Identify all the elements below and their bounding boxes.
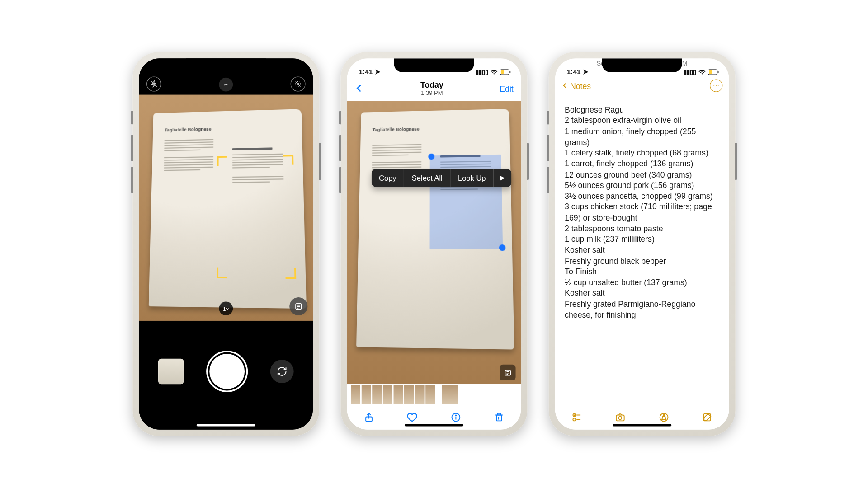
- book-page-photo: Tagliatelle Bolognese: [356, 109, 514, 350]
- flash-icon[interactable]: [146, 76, 161, 91]
- notes-navigation-bar: Notes ⋯: [555, 75, 729, 96]
- svg-rect-23: [709, 70, 712, 74]
- status-time: 1:41: [359, 67, 373, 75]
- live-text-icon[interactable]: [289, 297, 307, 315]
- location-icon: ➤: [583, 67, 589, 75]
- location-icon: ➤: [375, 67, 381, 75]
- back-label: Notes: [570, 81, 591, 90]
- compose-icon[interactable]: [702, 412, 713, 423]
- chevron-up-icon[interactable]: [219, 78, 233, 92]
- camera-icon[interactable]: [615, 412, 626, 423]
- svg-point-18: [455, 415, 456, 416]
- svg-rect-24: [718, 71, 719, 74]
- notch: [186, 58, 266, 72]
- trash-icon[interactable]: [494, 412, 505, 423]
- svg-rect-10: [509, 71, 510, 74]
- notch: [602, 58, 682, 72]
- notch: [394, 58, 474, 72]
- book-title: Tagliatelle Bolognese: [372, 127, 419, 132]
- photos-main-photo[interactable]: Tagliatelle Bolognese: [347, 101, 521, 384]
- share-icon[interactable]: [363, 412, 374, 423]
- recent-photo-thumbnail[interactable]: [158, 359, 184, 385]
- svg-point-27: [573, 418, 576, 421]
- signal-icon: ▮▮▯▯: [684, 69, 696, 75]
- back-button[interactable]: Notes: [561, 81, 591, 90]
- signal-icon: ▮▮▯▯: [476, 69, 488, 75]
- svg-rect-19: [496, 415, 502, 421]
- favorite-icon[interactable]: [407, 412, 418, 423]
- zoom-badge[interactable]: 1×: [219, 301, 233, 315]
- more-icon[interactable]: ⋯: [710, 79, 722, 92]
- flip-camera-icon[interactable]: [270, 360, 294, 383]
- context-menu: Copy Select All Look Up ▶: [371, 169, 511, 187]
- nav-title-main: Today: [420, 81, 443, 89]
- svg-rect-29: [616, 415, 624, 421]
- photos-navigation-bar: Today 1:39 PM Edit: [347, 75, 521, 101]
- wifi-icon: [698, 69, 705, 75]
- info-icon[interactable]: [450, 412, 461, 423]
- edit-button[interactable]: Edit: [500, 84, 514, 93]
- home-indicator[interactable]: [405, 424, 463, 427]
- live-photo-icon[interactable]: [291, 76, 306, 91]
- home-indicator[interactable]: [613, 424, 671, 427]
- note-body[interactable]: Bolognese Ragu 2 tablespoon extra-virgin…: [565, 104, 722, 403]
- home-indicator[interactable]: [197, 424, 255, 427]
- shutter-button[interactable]: [209, 354, 245, 389]
- back-button[interactable]: [354, 84, 364, 93]
- context-menu-copy[interactable]: Copy: [371, 169, 404, 187]
- phone-camera: Tagliatelle Bolognese: [132, 52, 319, 436]
- filmstrip[interactable]: [347, 384, 521, 405]
- book-title: Tagliatelle Bolognese: [164, 127, 211, 133]
- svg-rect-9: [501, 70, 504, 74]
- svg-line-3: [296, 81, 301, 86]
- wifi-icon: [491, 69, 497, 75]
- context-menu-lookup[interactable]: Look Up: [450, 169, 494, 187]
- book-page-photo: Tagliatelle Bolognese: [148, 109, 306, 309]
- nav-title-sub: 1:39 PM: [420, 89, 443, 96]
- context-menu-selectall[interactable]: Select All: [404, 169, 450, 187]
- camera-viewfinder[interactable]: Tagliatelle Bolognese: [139, 92, 313, 321]
- checklist-icon[interactable]: [571, 412, 582, 423]
- camera-bottom-bar: [139, 326, 313, 430]
- svg-point-30: [619, 417, 622, 420]
- phone-photos: 1:41 ➤ ▮▮▯▯ Today 1:39 PM: [341, 52, 528, 436]
- selection-handle-start[interactable]: [428, 154, 434, 160]
- battery-icon: [708, 69, 719, 75]
- live-text-icon[interactable]: [500, 365, 515, 380]
- markup-icon[interactable]: [658, 412, 669, 423]
- status-time: 1:41: [567, 67, 581, 75]
- nav-title: Today 1:39 PM: [420, 81, 443, 96]
- selection-handle-end[interactable]: [499, 244, 506, 251]
- battery-icon: [500, 69, 511, 75]
- phone-notes: 1:41 ➤ ▮▮▯▯ Notes ⋯ Septem: [549, 52, 736, 436]
- context-menu-more-icon[interactable]: ▶: [494, 169, 511, 187]
